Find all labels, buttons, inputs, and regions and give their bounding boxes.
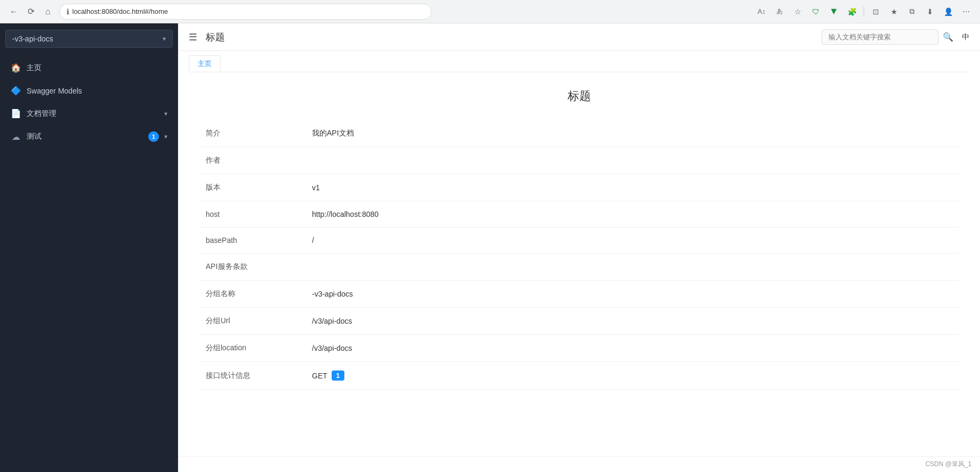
font-size-button[interactable]: A↕ <box>754 4 769 19</box>
menu-icon[interactable]: ☰ <box>189 31 197 43</box>
refresh-button[interactable]: ⟳ <box>23 4 38 19</box>
url-text: localhost:8080/doc.html#/home <box>72 7 168 15</box>
chevron-down-icon: ▾ <box>164 133 167 140</box>
browser-chrome: ← ⟳ ⌂ ℹ localhost:8080/doc.html#/home A↕… <box>0 0 980 23</box>
lang-button[interactable]: 中 <box>962 32 969 42</box>
table-row: basePath / <box>199 227 959 254</box>
footer-text: CSDN @笨风_1 <box>925 460 971 468</box>
sidebar-item-swagger-label: Swagger Models <box>27 87 167 95</box>
field-value <box>306 147 959 174</box>
get-count-badge: 1 <box>332 370 344 381</box>
swagger-icon: 🔷 <box>11 86 21 96</box>
app-layout: -v3-api-docs ▾ 🏠 主页 🔷 Swagger Models 📄 文… <box>0 23 980 472</box>
table-row: API服务条款 <box>199 254 959 281</box>
sidebar-dropdown-value: -v3-api-docs <box>12 35 53 43</box>
collections-button[interactable]: ⧉ <box>905 4 919 19</box>
extension-button[interactable]: 🧩 <box>844 4 859 19</box>
field-value: http://localhost:8080 <box>306 201 959 227</box>
field-value: / <box>306 227 959 254</box>
field-label: 简介 <box>199 120 306 147</box>
field-label: 版本 <box>199 174 306 201</box>
sidebar-item-home-label: 主页 <box>27 63 167 73</box>
table-row: 分组Url /v3/api-docs <box>199 308 959 335</box>
doc-page-title: 标题 <box>199 88 959 104</box>
table-row: 接口统计信息 GET 1 <box>199 362 959 390</box>
field-label: 分组Url <box>199 308 306 335</box>
field-label: 分组名称 <box>199 281 306 308</box>
table-row: 版本 v1 <box>199 174 959 201</box>
sidebar-item-test[interactable]: ☁ 测试 1 ▾ <box>0 125 178 148</box>
table-row: host http://localhost:8080 <box>199 201 959 227</box>
field-value: 我的API文档 <box>306 120 959 147</box>
browser-nav-buttons: ← ⟳ ⌂ <box>6 4 55 19</box>
chevron-down-icon: ▾ <box>164 110 167 117</box>
vpn-button[interactable]: ▼ <box>826 4 841 19</box>
browser-actions: A↕ あ ☆ 🛡 ▼ 🧩 ⊡ ★ ⧉ ⬇ 👤 ⋯ <box>754 4 974 19</box>
topbar-search: 🔍 <box>822 29 953 45</box>
sidebar-item-home[interactable]: 🏠 主页 <box>0 56 178 79</box>
search-icon[interactable]: 🔍 <box>943 32 953 42</box>
topbar-title: 标题 <box>206 31 813 44</box>
sidebar-dropdown[interactable]: -v3-api-docs ▾ <box>5 30 173 48</box>
breadcrumb-area: 主页 <box>178 51 980 72</box>
home-icon: 🏠 <box>11 63 21 73</box>
table-row: 简介 我的API文档 <box>199 120 959 147</box>
shield-button[interactable]: 🛡 <box>808 4 823 19</box>
field-label: 接口统计信息 <box>199 362 306 390</box>
field-stats: GET 1 <box>306 362 959 390</box>
favorites-button[interactable]: ★ <box>886 4 901 19</box>
field-value: v1 <box>306 174 959 201</box>
table-row: 分组location /v3/api-docs <box>199 335 959 362</box>
search-input[interactable] <box>822 29 939 45</box>
sidebar: -v3-api-docs ▾ 🏠 主页 🔷 Swagger Models 📄 文… <box>0 23 178 472</box>
address-bar[interactable]: ℹ localhost:8080/doc.html#/home <box>60 4 432 20</box>
field-label: 作者 <box>199 147 306 174</box>
table-row: 作者 <box>199 147 959 174</box>
chevron-down-icon: ▾ <box>163 35 166 43</box>
footer: CSDN @笨风_1 <box>178 456 980 472</box>
sidebar-item-swagger-models[interactable]: 🔷 Swagger Models <box>0 79 178 102</box>
field-label: host <box>199 201 306 227</box>
info-icon: ℹ <box>66 7 69 16</box>
bookmark-button[interactable]: ☆ <box>790 4 805 19</box>
back-button[interactable]: ← <box>6 4 21 19</box>
sidebar-nav: 🏠 主页 🔷 Swagger Models 📄 文档管理 ▾ ☁ 测试 1 ▾ <box>0 54 178 150</box>
profile-button[interactable]: 👤 <box>941 4 956 19</box>
home-button[interactable]: ⌂ <box>40 4 55 19</box>
field-value: /v3/api-docs <box>306 308 959 335</box>
field-value: -v3-api-docs <box>306 281 959 308</box>
doc-icon: 📄 <box>11 108 21 119</box>
test-icon: ☁ <box>11 132 21 142</box>
field-label: 分组location <box>199 335 306 362</box>
field-label: API服务条款 <box>199 254 306 281</box>
sidebar-item-doc-manage[interactable]: 📄 文档管理 ▾ <box>0 102 178 125</box>
main-content: ☰ 标题 🔍 中 主页 标题 简介 我的API文档 <box>178 23 980 472</box>
more-button[interactable]: ⋯ <box>959 4 974 19</box>
sidebar-item-doc-label: 文档管理 <box>27 109 159 119</box>
split-view-button[interactable]: ⊡ <box>868 4 883 19</box>
test-badge: 1 <box>148 131 159 142</box>
get-label: GET <box>312 372 327 380</box>
field-label: basePath <box>199 227 306 254</box>
translate-button[interactable]: あ <box>772 4 787 19</box>
sidebar-item-test-label: 测试 <box>27 132 143 141</box>
content-area: 标题 简介 我的API文档 作者 版本 v1 <box>178 72 980 456</box>
divider <box>864 6 864 17</box>
download-button[interactable]: ⬇ <box>923 4 937 19</box>
field-value <box>306 254 959 281</box>
breadcrumb-tab[interactable]: 主页 <box>189 55 221 72</box>
info-table: 简介 我的API文档 作者 版本 v1 host <box>199 120 959 390</box>
topbar: ☰ 标题 🔍 中 <box>178 23 980 51</box>
field-value: /v3/api-docs <box>306 335 959 362</box>
get-badge: GET 1 <box>312 370 344 381</box>
table-row: 分组名称 -v3-api-docs <box>199 281 959 308</box>
